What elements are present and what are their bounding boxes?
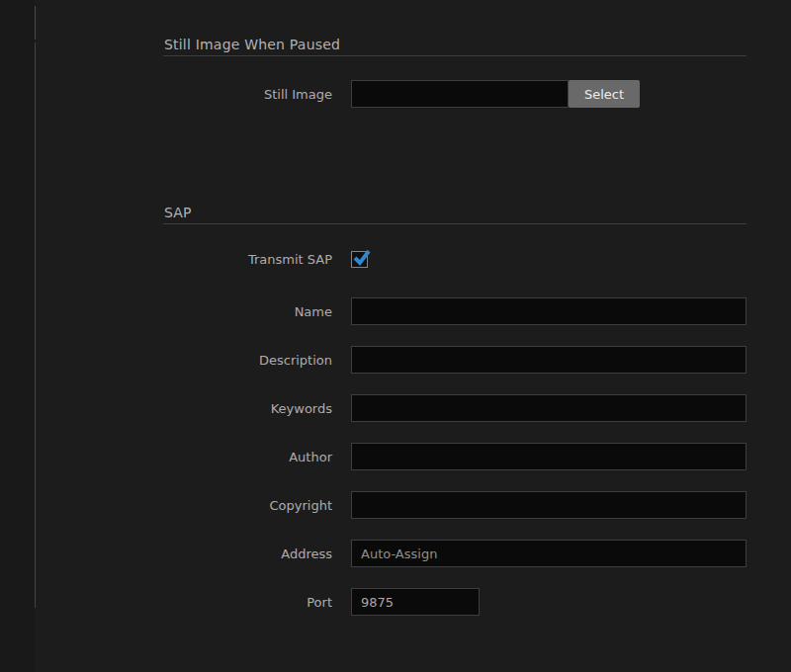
copyright-row: Copyright: [163, 491, 747, 519]
author-input[interactable]: [351, 443, 747, 470]
name-row: Name: [163, 297, 747, 325]
keywords-label: Keywords: [163, 401, 332, 416]
author-row: Author: [163, 443, 747, 470]
left-panel-strip: [0, 0, 35, 672]
section-divider: [163, 223, 747, 224]
port-row: Port: [163, 588, 747, 616]
copyright-input[interactable]: [351, 491, 747, 519]
section-divider: [163, 55, 747, 56]
port-input[interactable]: [351, 588, 480, 616]
description-row: Description: [163, 346, 747, 374]
name-input[interactable]: [351, 297, 747, 325]
section-title-sap: SAP: [164, 205, 192, 220]
copyright-label: Copyright: [163, 498, 332, 513]
still-image-row: Still Image Select: [163, 80, 640, 108]
panel-divider-upper: [35, 6, 36, 40]
panel-divider: [35, 42, 36, 608]
address-input[interactable]: [351, 540, 747, 567]
port-label: Port: [163, 595, 332, 610]
still-image-input[interactable]: [351, 80, 569, 108]
transmit-sap-label: Transmit SAP: [163, 252, 332, 267]
check-icon: [351, 247, 372, 268]
section-title-still-image: Still Image When Paused: [164, 37, 340, 52]
sap-fields-group: Name Description Keywords Author Copyrig…: [163, 297, 747, 636]
select-button[interactable]: Select: [569, 80, 640, 108]
transmit-sap-checkbox[interactable]: [351, 251, 368, 268]
keywords-row: Keywords: [163, 394, 747, 422]
transmit-sap-row: Transmit SAP: [163, 248, 368, 270]
address-label: Address: [163, 546, 332, 561]
still-image-label: Still Image: [163, 87, 332, 102]
description-input[interactable]: [351, 346, 747, 374]
author-label: Author: [163, 450, 332, 464]
keywords-input[interactable]: [351, 394, 747, 422]
address-row: Address: [163, 540, 747, 567]
description-label: Description: [163, 353, 332, 368]
name-label: Name: [163, 304, 332, 319]
